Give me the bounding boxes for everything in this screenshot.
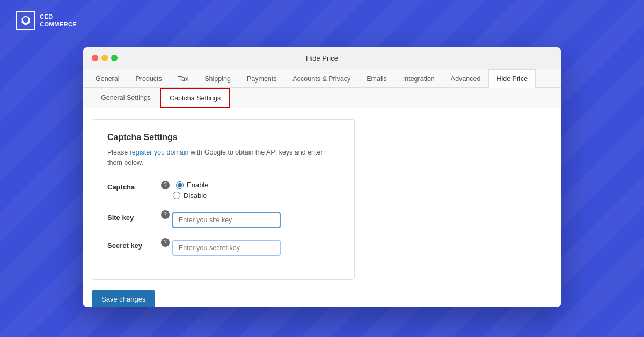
tab-shipping[interactable]: Shipping xyxy=(196,69,239,88)
tab-payments[interactable]: Payments xyxy=(239,69,285,88)
subtab-general-settings[interactable]: General Settings xyxy=(92,88,160,108)
captcha-help-icon[interactable]: ? xyxy=(161,181,170,189)
tab-products[interactable]: Products xyxy=(127,69,170,88)
close-button[interactable] xyxy=(92,55,98,61)
minimize-button[interactable] xyxy=(101,55,108,61)
site-key-label: Site key xyxy=(107,214,134,222)
tab-advanced[interactable]: Advanced xyxy=(443,69,489,88)
captcha-settings-card: Captcha Settings Please register you dom… xyxy=(92,119,355,280)
site-key-row: Site key ? xyxy=(107,210,339,228)
window-controls xyxy=(92,55,118,61)
tab-emails[interactable]: Emails xyxy=(358,69,395,88)
secret-key-control: ? xyxy=(161,238,339,255)
secret-key-input[interactable] xyxy=(173,240,280,255)
description-prefix: Please xyxy=(107,149,130,156)
captcha-label: Captcha xyxy=(107,181,161,191)
site-key-help-icon[interactable]: ? xyxy=(161,210,170,219)
logo-icon xyxy=(16,11,35,30)
window-title: Hide Price xyxy=(306,54,338,62)
secret-key-row: Secret key ? xyxy=(107,238,339,255)
title-bar: Hide Price xyxy=(83,47,561,69)
logo-text: CED COMMERCE xyxy=(40,13,77,28)
content-area: General Settings Captcha Settings Captch… xyxy=(83,88,561,307)
secret-key-label-wrap: Secret key xyxy=(107,238,161,250)
sub-tabs: General Settings Captcha Settings xyxy=(83,88,561,108)
ced-logo-svg xyxy=(20,14,32,26)
site-key-input[interactable] xyxy=(173,213,280,228)
captcha-enable-radio[interactable] xyxy=(176,181,184,189)
tab-integration[interactable]: Integration xyxy=(395,69,443,88)
browser-window: Hide Price General Products Tax Shipping… xyxy=(83,47,561,307)
maximize-button[interactable] xyxy=(111,55,118,61)
card-title: Captcha Settings xyxy=(107,133,339,142)
captcha-enable-option[interactable]: ? Enable xyxy=(161,181,339,189)
captcha-enable-label: Enable xyxy=(187,181,208,189)
captcha-disable-label: Disable xyxy=(184,192,207,200)
tab-hide-price[interactable]: Hide Price xyxy=(488,69,536,88)
secret-key-label: Secret key xyxy=(107,241,142,250)
captcha-radio-group: ? Enable Disable xyxy=(161,181,339,200)
captcha-field-row: Captcha ? Enable Disable xyxy=(107,181,339,200)
captcha-control: ? Enable Disable xyxy=(161,181,339,200)
captcha-disable-option[interactable]: Disable xyxy=(161,192,339,200)
captcha-disable-radio[interactable] xyxy=(173,192,180,199)
tab-tax[interactable]: Tax xyxy=(170,69,196,88)
card-description: Please register you domain with Google t… xyxy=(107,148,339,168)
subtab-captcha-settings[interactable]: Captcha Settings xyxy=(160,88,230,108)
tab-accounts-privacy[interactable]: Accounts & Privacy xyxy=(285,69,359,88)
main-nav-tabs: General Products Tax Shipping Payments A… xyxy=(83,69,561,88)
site-key-label-wrap: Site key xyxy=(107,210,161,222)
tab-general[interactable]: General xyxy=(87,69,127,88)
save-changes-button[interactable]: Save changes xyxy=(92,290,155,308)
site-key-control: ? xyxy=(161,210,339,228)
logo: CED COMMERCE xyxy=(16,11,77,30)
secret-key-help-icon[interactable]: ? xyxy=(161,238,170,247)
register-domain-link[interactable]: register you domain xyxy=(130,149,189,156)
